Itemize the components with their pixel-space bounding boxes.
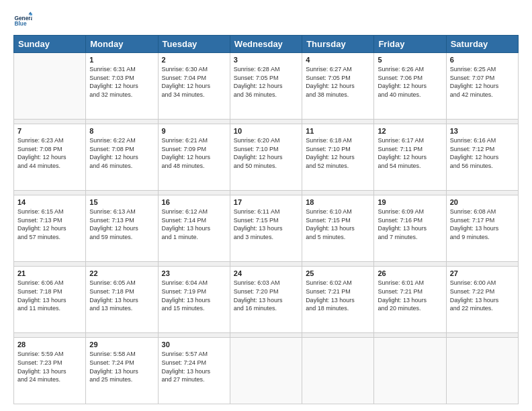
week-separator	[14, 190, 519, 195]
day-number: 23	[162, 269, 226, 277]
week-row-5: 28Sunrise: 5:59 AM Sunset: 7:23 PM Dayli…	[14, 338, 519, 404]
day-number: 16	[162, 198, 226, 206]
day-header-monday: Monday	[86, 36, 158, 53]
day-cell: 14Sunrise: 6:15 AM Sunset: 7:13 PM Dayli…	[14, 195, 86, 262]
day-info: Sunrise: 6:23 AM Sunset: 7:08 PM Dayligh…	[17, 136, 82, 170]
day-info: Sunrise: 6:00 AM Sunset: 7:22 PM Dayligh…	[450, 279, 515, 312]
day-info: Sunrise: 6:27 AM Sunset: 7:05 PM Dayligh…	[306, 65, 370, 99]
header-row: SundayMondayTuesdayWednesdayThursdayFrid…	[14, 36, 519, 53]
day-number: 4	[306, 56, 370, 64]
day-cell: 17Sunrise: 6:11 AM Sunset: 7:15 PM Dayli…	[230, 195, 302, 262]
day-number: 13	[450, 127, 515, 135]
day-info: Sunrise: 6:17 AM Sunset: 7:11 PM Dayligh…	[378, 136, 442, 170]
week-separator	[14, 332, 519, 338]
day-info: Sunrise: 6:18 AM Sunset: 7:10 PM Dayligh…	[306, 136, 370, 170]
day-info: Sunrise: 6:25 AM Sunset: 7:07 PM Dayligh…	[450, 65, 515, 99]
day-cell	[14, 53, 86, 120]
day-cell: 21Sunrise: 6:06 AM Sunset: 7:18 PM Dayli…	[14, 267, 86, 333]
day-cell	[302, 338, 374, 404]
calendar-header: SundayMondayTuesdayWednesdayThursdayFrid…	[14, 36, 519, 53]
day-header-saturday: Saturday	[446, 36, 518, 53]
day-number: 1	[89, 56, 154, 64]
day-cell: 15Sunrise: 6:13 AM Sunset: 7:13 PM Dayli…	[86, 195, 158, 262]
day-info: Sunrise: 6:10 AM Sunset: 7:15 PM Dayligh…	[306, 208, 370, 241]
day-info: Sunrise: 6:20 AM Sunset: 7:10 PM Dayligh…	[234, 136, 298, 170]
day-cell: 3Sunrise: 6:28 AM Sunset: 7:05 PM Daylig…	[230, 53, 302, 120]
header: General Blue	[13, 11, 519, 30]
day-info: Sunrise: 6:05 AM Sunset: 7:18 PM Dayligh…	[89, 279, 154, 312]
week-row-4: 21Sunrise: 6:06 AM Sunset: 7:18 PM Dayli…	[14, 267, 519, 333]
day-number: 30	[162, 340, 226, 349]
day-number: 29	[89, 340, 154, 349]
week-separator	[14, 261, 519, 267]
day-number: 22	[89, 269, 154, 277]
logo: General Blue	[13, 11, 35, 30]
day-number: 24	[234, 269, 298, 277]
day-number: 11	[306, 127, 370, 135]
day-cell	[446, 338, 518, 404]
day-cell: 7Sunrise: 6:23 AM Sunset: 7:08 PM Daylig…	[14, 124, 86, 191]
day-cell: 13Sunrise: 6:16 AM Sunset: 7:12 PM Dayli…	[446, 124, 518, 191]
svg-text:Blue: Blue	[14, 20, 26, 27]
day-cell: 27Sunrise: 6:00 AM Sunset: 7:22 PM Dayli…	[446, 267, 518, 333]
day-header-tuesday: Tuesday	[158, 36, 230, 53]
day-number: 26	[378, 269, 442, 277]
day-cell: 9Sunrise: 6:21 AM Sunset: 7:09 PM Daylig…	[158, 124, 230, 191]
day-cell: 25Sunrise: 6:02 AM Sunset: 7:21 PM Dayli…	[302, 267, 374, 333]
day-cell: 20Sunrise: 6:08 AM Sunset: 7:17 PM Dayli…	[446, 195, 518, 262]
day-cell: 10Sunrise: 6:20 AM Sunset: 7:10 PM Dayli…	[230, 124, 302, 191]
day-number: 27	[450, 269, 515, 277]
day-cell: 18Sunrise: 6:10 AM Sunset: 7:15 PM Dayli…	[302, 195, 374, 262]
day-cell: 6Sunrise: 6:25 AM Sunset: 7:07 PM Daylig…	[446, 53, 518, 120]
day-number: 6	[450, 56, 515, 64]
day-number: 28	[17, 340, 82, 349]
day-number: 10	[234, 127, 298, 135]
day-number: 8	[89, 127, 154, 135]
day-info: Sunrise: 5:58 AM Sunset: 7:24 PM Dayligh…	[89, 350, 154, 383]
day-number: 19	[378, 198, 442, 206]
day-cell: 5Sunrise: 6:26 AM Sunset: 7:06 PM Daylig…	[374, 53, 446, 120]
day-number: 2	[162, 56, 226, 64]
week-row-2: 7Sunrise: 6:23 AM Sunset: 7:08 PM Daylig…	[14, 124, 519, 191]
calendar-body: 1Sunrise: 6:31 AM Sunset: 7:03 PM Daylig…	[14, 53, 519, 404]
day-cell: 16Sunrise: 6:12 AM Sunset: 7:14 PM Dayli…	[158, 195, 230, 262]
day-info: Sunrise: 6:08 AM Sunset: 7:17 PM Dayligh…	[450, 208, 515, 241]
day-info: Sunrise: 6:16 AM Sunset: 7:12 PM Dayligh…	[450, 136, 515, 170]
day-header-sunday: Sunday	[14, 36, 86, 53]
day-cell: 19Sunrise: 6:09 AM Sunset: 7:16 PM Dayli…	[374, 195, 446, 262]
day-info: Sunrise: 6:03 AM Sunset: 7:20 PM Dayligh…	[234, 279, 298, 312]
week-separator	[14, 119, 519, 124]
day-info: Sunrise: 6:02 AM Sunset: 7:21 PM Dayligh…	[306, 279, 370, 312]
day-info: Sunrise: 6:11 AM Sunset: 7:15 PM Dayligh…	[234, 208, 298, 241]
day-info: Sunrise: 6:12 AM Sunset: 7:14 PM Dayligh…	[162, 208, 226, 241]
day-cell: 23Sunrise: 6:04 AM Sunset: 7:19 PM Dayli…	[158, 267, 230, 333]
day-cell: 8Sunrise: 6:22 AM Sunset: 7:08 PM Daylig…	[86, 124, 158, 191]
day-cell: 26Sunrise: 6:01 AM Sunset: 7:21 PM Dayli…	[374, 267, 446, 333]
day-number: 5	[378, 56, 442, 64]
day-cell	[374, 338, 446, 404]
day-cell: 2Sunrise: 6:30 AM Sunset: 7:04 PM Daylig…	[158, 53, 230, 120]
day-info: Sunrise: 5:57 AM Sunset: 7:24 PM Dayligh…	[162, 350, 226, 383]
day-number: 17	[234, 198, 298, 206]
day-cell: 22Sunrise: 6:05 AM Sunset: 7:18 PM Dayli…	[86, 267, 158, 333]
day-number: 25	[306, 269, 370, 277]
day-info: Sunrise: 6:09 AM Sunset: 7:16 PM Dayligh…	[378, 208, 442, 241]
day-number: 18	[306, 198, 370, 206]
calendar-table: SundayMondayTuesdayWednesdayThursdayFrid…	[13, 35, 519, 404]
day-number: 15	[89, 198, 154, 206]
day-info: Sunrise: 6:30 AM Sunset: 7:04 PM Dayligh…	[162, 65, 226, 99]
day-cell: 1Sunrise: 6:31 AM Sunset: 7:03 PM Daylig…	[86, 53, 158, 120]
day-number: 12	[378, 127, 442, 135]
day-number: 20	[450, 198, 515, 206]
day-info: Sunrise: 6:04 AM Sunset: 7:19 PM Dayligh…	[162, 279, 226, 312]
page: General Blue SundayMondayTuesdayWednesda…	[0, 0, 532, 411]
day-cell: 4Sunrise: 6:27 AM Sunset: 7:05 PM Daylig…	[302, 53, 374, 120]
day-number: 9	[162, 127, 226, 135]
day-header-thursday: Thursday	[302, 36, 374, 53]
day-cell: 29Sunrise: 5:58 AM Sunset: 7:24 PM Dayli…	[86, 338, 158, 404]
day-number: 3	[234, 56, 298, 64]
week-row-3: 14Sunrise: 6:15 AM Sunset: 7:13 PM Dayli…	[14, 195, 519, 262]
day-header-wednesday: Wednesday	[230, 36, 302, 53]
day-number: 7	[17, 127, 82, 135]
day-info: Sunrise: 6:01 AM Sunset: 7:21 PM Dayligh…	[378, 279, 442, 312]
